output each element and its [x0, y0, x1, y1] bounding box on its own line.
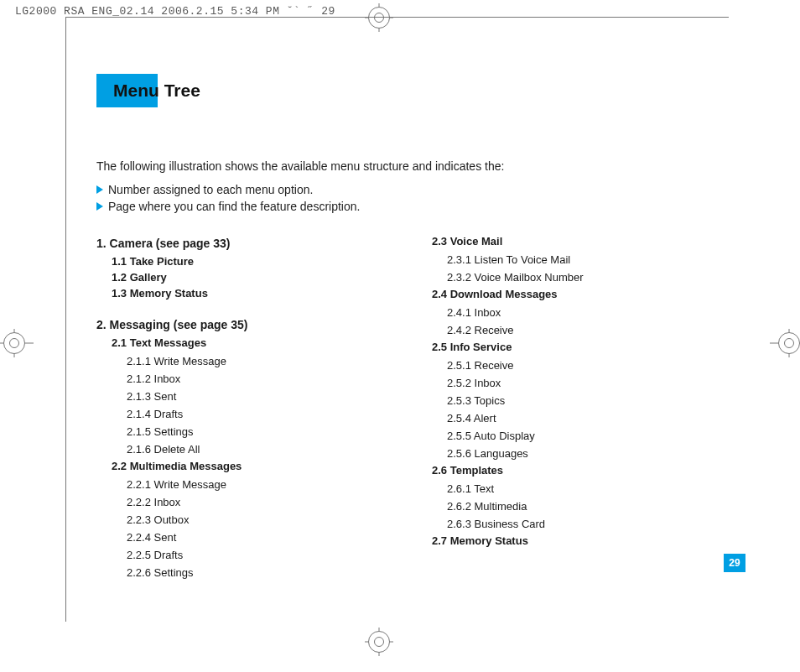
menu-subheading: 2.6 Templates [432, 464, 692, 477]
left-column: 1. Camera (see page 33) 1.1 Take Picture… [96, 233, 356, 581]
registration-mark-icon [770, 329, 800, 357]
bullet-text: Number assigned to each menu option. [108, 183, 313, 196]
menu-item: 2.5.6 Languages [447, 445, 692, 462]
menu-item: 2.1.2 Inbox [127, 370, 356, 388]
triangle-icon [96, 202, 103, 211]
menu-item: 1.2 Gallery [112, 271, 356, 284]
registration-mark-icon [0, 329, 34, 357]
menu-section-heading: 1. Camera (see page 33) [96, 237, 356, 250]
right-column: 2.3 Voice Mail 2.3.1 Listen To Voice Mai… [432, 233, 692, 581]
bullet-text: Page where you can find the feature desc… [108, 200, 360, 213]
menu-item: 2.4.2 Receive [447, 321, 692, 339]
menu-item: 2.1.4 Drafts [127, 405, 356, 423]
menu-item: 2.5.5 Auto Display [447, 427, 692, 445]
triangle-icon [96, 185, 103, 194]
menu-item: 2.3.2 Voice Mailbox Number [447, 268, 692, 286]
menu-item: 2.3.1 Listen To Voice Mail [447, 251, 692, 268]
menu-subheading: 2.4 Download Messages [432, 288, 692, 300]
menu-subheading: 2.5 Info Service [432, 341, 692, 353]
menu-item: 2.5.4 Alert [447, 409, 692, 427]
registration-mark-icon [365, 628, 393, 656]
menu-item: 2.6.2 Multimedia [447, 497, 692, 515]
menu-item: 2.5.3 Topics [447, 392, 692, 409]
bullet-item: Number assigned to each menu option. [96, 181, 721, 198]
menu-item: 2.2.5 Drafts [127, 546, 356, 564]
menu-item: 2.2.6 Settings [127, 564, 356, 581]
menu-item: 2.5.2 Inbox [447, 374, 692, 392]
bullet-item: Page where you can find the feature desc… [96, 198, 721, 215]
menu-item: 1.1 Take Picture [112, 255, 356, 268]
print-header: LG2000 RSA ENG_02.14 2006.2.15 5:34 PM ˘… [15, 5, 335, 18]
content-area: The following illustration shows the ava… [96, 159, 721, 581]
bullet-list: Number assigned to each menu option. Pag… [96, 181, 721, 215]
menu-subheading: 2.1 Text Messages [112, 336, 356, 349]
menu-item: 2.4.1 Inbox [447, 304, 692, 321]
menu-item: 2.2.3 Outbox [127, 511, 356, 529]
menu-subheading: 2.3 Voice Mail [432, 235, 692, 247]
menu-item: 2.6.3 Business Card [447, 515, 692, 533]
menu-subheading: 2.7 Memory Status [432, 534, 692, 547]
menu-item: 2.2.2 Inbox [127, 493, 356, 511]
title-band: Menu Tree [96, 74, 158, 107]
intro-text: The following illustration shows the ava… [96, 159, 721, 173]
page-number-badge: 29 [724, 554, 745, 572]
menu-subheading: 2.2 Multimedia Messages [112, 460, 356, 472]
menu-item: 2.1.6 Delete All [127, 440, 356, 458]
menu-item: 1.3 Memory Status [112, 287, 356, 300]
menu-section-heading: 2. Messaging (see page 35) [96, 318, 356, 331]
menu-item: 2.1.3 Sent [127, 388, 356, 405]
menu-item: 2.1.1 Write Message [127, 352, 356, 370]
menu-item: 2.6.1 Text [447, 480, 692, 497]
menu-item: 2.1.5 Settings [127, 423, 356, 440]
menu-item: 2.2.1 Write Message [127, 476, 356, 493]
menu-item: 2.5.1 Receive [447, 357, 692, 374]
page-title: Menu Tree [113, 81, 200, 101]
menu-item: 2.2.4 Sent [127, 529, 356, 546]
